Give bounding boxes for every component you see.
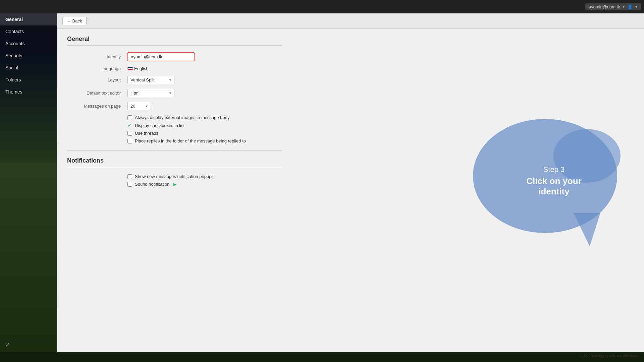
use-threads-row: Use threads (127, 131, 282, 136)
layout-select-wrapper: Vertical Split Horizontal Split Wide (127, 76, 174, 84)
checkbox-group-threads: Use threads Place replies in the folder … (127, 131, 282, 143)
identity-label: Identity (67, 54, 127, 59)
messages-on-page-label: Messages on page (67, 104, 127, 109)
sidebar-bottom: ⤢ (0, 338, 57, 352)
main-layout: General Contacts Accounts Security Socia… (0, 13, 644, 352)
display-checkboxes-row: ✓ Display checkboxes in list (127, 123, 282, 128)
bubble-tail-shape (574, 213, 600, 246)
sound-notification-row: Sound notification ▶ (127, 182, 282, 187)
user-avatar-icon: 👤 (627, 4, 633, 9)
default-text-editor-label: Default text editor (67, 90, 127, 96)
default-text-editor-row: Default text editor Html Plain Text (67, 89, 282, 97)
speech-bubble: Step 3 Click on your identity (473, 119, 627, 246)
messages-select-wrapper: 10 20 50 100 (127, 102, 151, 110)
sidebar-item-themes[interactable]: Themes (0, 86, 57, 98)
checkmark-icon: ✓ (127, 123, 132, 128)
sidebar: General Contacts Accounts Security Socia… (0, 13, 57, 352)
layout-row: Layout Vertical Split Horizontal Split W… (67, 76, 282, 84)
identity-row: Identity (67, 52, 282, 61)
use-threads-checkbox[interactable] (127, 131, 132, 136)
place-replies-checkbox[interactable] (127, 139, 132, 143)
messages-on-page-row: Messages on page 10 20 50 100 (67, 102, 282, 110)
speech-bubble-overlay: Step 3 Click on your identity (456, 13, 644, 352)
messages-on-page-select[interactable]: 10 20 50 100 (127, 102, 151, 110)
language-value: English (134, 66, 149, 71)
dropdown-arrow: ▼ (635, 5, 638, 9)
sidebar-item-general[interactable]: General (0, 13, 57, 25)
settings-content: General Identity Language English Layout… (57, 29, 292, 196)
user-menu[interactable]: ayomin@uom.lk ▼ 👤 ▼ (585, 3, 641, 10)
layout-label: Layout (67, 77, 127, 82)
language-label: Language (67, 66, 127, 71)
show-popups-row: Show new messages notification popups (127, 174, 282, 179)
content-area: ← Back General Identity Language English… (57, 13, 644, 352)
taskbar (0, 352, 644, 362)
bubble-text: Step 3 Click on your identity (516, 165, 593, 197)
expand-icon[interactable]: ⤢ (5, 342, 10, 348)
notifications-title: Notifications (67, 157, 282, 167)
sound-notification-checkbox[interactable] (127, 182, 132, 187)
sidebar-item-security[interactable]: Security (0, 50, 57, 62)
sidebar-item-accounts[interactable]: Accounts (0, 38, 57, 50)
place-replies-row: Place replies in the folder of the messa… (127, 138, 282, 143)
user-email: ayomin@uom.lk (589, 4, 620, 9)
back-bar: ← Back (57, 13, 644, 29)
sound-notification-label[interactable]: Sound notification (135, 182, 169, 187)
show-popups-checkbox[interactable] (127, 174, 132, 179)
bubble-step: Step 3 (516, 165, 593, 174)
identity-input[interactable] (127, 52, 195, 61)
always-display-images-label[interactable]: Always display external images in messag… (135, 115, 230, 120)
flag-icon (127, 67, 133, 70)
sidebar-item-social[interactable]: Social (0, 62, 57, 74)
checkbox-group-notifications: Show new messages notification popups So… (127, 174, 282, 187)
bubble-main-shape (473, 119, 617, 233)
place-replies-label[interactable]: Place replies in the folder of the messa… (135, 138, 246, 143)
notifications-separator (67, 150, 282, 150)
bubble-secondary-shape (553, 129, 621, 183)
always-display-images-row: Always display external images in messag… (127, 115, 282, 120)
play-icon[interactable]: ▶ (173, 182, 176, 187)
always-display-images-checkbox[interactable] (127, 115, 132, 120)
text-editor-select[interactable]: Html Plain Text (127, 89, 174, 97)
chevron-down-icon: ▼ (622, 5, 625, 9)
text-editor-select-wrapper: Html Plain Text (127, 89, 174, 97)
layout-select[interactable]: Vertical Split Horizontal Split Wide (127, 76, 174, 84)
use-threads-label[interactable]: Use threads (135, 131, 158, 136)
show-popups-label[interactable]: Show new messages notification popups (135, 174, 214, 179)
bubble-instruction: Click on your identity (516, 176, 593, 197)
back-button[interactable]: ← Back (62, 17, 87, 25)
topbar: ayomin@uom.lk ▼ 👤 ▼ (0, 0, 644, 13)
display-checkboxes-label: Display checkboxes in list (135, 123, 184, 128)
sidebar-item-folders[interactable]: Folders (0, 74, 57, 86)
sidebar-item-contacts[interactable]: Contacts (0, 25, 57, 38)
language-row: Language English (67, 66, 282, 71)
page-title: General (67, 36, 282, 46)
checkbox-group-display: Always display external images in messag… (127, 115, 282, 128)
